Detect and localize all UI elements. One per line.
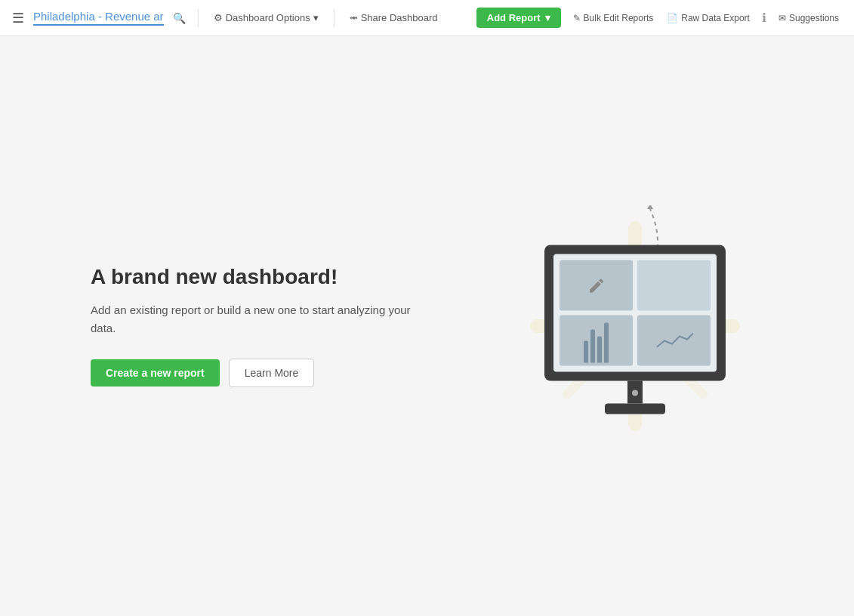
share-dashboard-button[interactable]: ⥈ Share Dashboard (344, 9, 444, 26)
bar (584, 340, 588, 363)
document-icon: 📄 (667, 13, 678, 23)
main-content: A brand new dashboard! Add an existing r… (0, 36, 854, 616)
main-heading: A brand new dashboard! (91, 265, 438, 289)
action-buttons: Create a new report Learn More (91, 359, 438, 387)
monitor-body (544, 245, 726, 380)
dashboard-title[interactable]: Philadelphia - Revenue ar (33, 10, 164, 26)
bar (590, 329, 595, 362)
main-description: Add an existing report or build a new on… (91, 301, 438, 337)
header-right-actions: ✎ Bulk Edit Reports 📄 Raw Data Export ℹ … (567, 8, 845, 28)
learn-more-button[interactable]: Learn More (229, 359, 315, 387)
monitor-base (605, 403, 665, 414)
gear-icon: ⚙ (214, 12, 223, 23)
screen-tile-line-chart (637, 315, 711, 365)
envelope-icon: ✉ (778, 13, 786, 23)
monitor-graphic (544, 245, 726, 414)
dashboard-options-button[interactable]: ⚙ Dashboard Options ▾ (208, 9, 325, 26)
top-navbar: ☰ Philadelphia - Revenue ar 🔍 ⚙ Dashboar… (0, 0, 854, 36)
suggestions-button[interactable]: ✉ Suggestions (772, 10, 845, 26)
share-icon: ⥈ (350, 12, 358, 23)
add-report-button[interactable]: Add Report ▾ (476, 8, 561, 28)
chevron-down-icon: ▾ (313, 12, 319, 23)
screen-tile-edit (560, 260, 633, 310)
screen-tile-bar-chart (560, 315, 633, 365)
bulk-edit-label: Bulk Edit Reports (584, 13, 654, 23)
create-report-button[interactable]: Create a new report (91, 359, 220, 387)
share-dashboard-label: Share Dashboard (361, 12, 438, 23)
bar (597, 336, 602, 362)
monitor-dot (632, 390, 638, 396)
info-icon[interactable]: ℹ (757, 8, 771, 28)
hamburger-icon[interactable]: ☰ (9, 7, 27, 29)
edit-icon: ✎ (573, 13, 581, 23)
screen-tile-blank (637, 260, 711, 310)
add-report-chevron-icon: ▾ (545, 12, 550, 23)
bar (604, 322, 609, 362)
divider (334, 9, 335, 27)
dashboard-options-label: Dashboard Options (226, 12, 310, 23)
bulk-edit-button[interactable]: ✎ Bulk Edit Reports (567, 10, 660, 26)
dashboard-illustration (492, 190, 778, 462)
welcome-content: A brand new dashboard! Add an existing r… (91, 265, 438, 387)
add-report-label: Add Report (487, 12, 541, 23)
monitor-screen (553, 254, 717, 371)
raw-data-label: Raw Data Export (681, 13, 750, 23)
raw-data-export-button[interactable]: 📄 Raw Data Export (661, 10, 756, 26)
divider (198, 9, 199, 27)
svg-marker-9 (647, 205, 653, 209)
search-icon[interactable]: 🔍 (170, 9, 189, 27)
suggestions-label: Suggestions (789, 13, 839, 23)
